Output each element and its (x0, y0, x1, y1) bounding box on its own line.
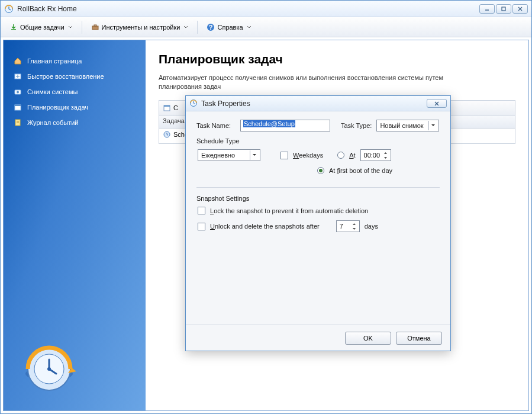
days-spinner[interactable]: 7 (336, 220, 360, 232)
toolbar-label: Справка (217, 24, 243, 31)
days-label: days (365, 223, 378, 230)
svg-rect-7 (94, 25, 96, 26)
svg-rect-24 (164, 105, 170, 107)
spin-up-icon[interactable] (382, 150, 389, 155)
app-icon (4, 4, 14, 14)
toolbar-label: Инструменты и настройки (102, 24, 180, 31)
maximize-button[interactable] (496, 4, 511, 14)
task-type-label: Task Type: (341, 122, 372, 129)
main-toolbar: Общие задачи Инструменты и настройки ? С… (1, 17, 531, 37)
schedule-type-label: Schedule Type (196, 137, 440, 145)
tools-settings-menu[interactable]: Инструменты и настройки (87, 21, 193, 34)
toolbar-separator (82, 21, 82, 34)
task-icon (163, 130, 171, 139)
home-icon (13, 56, 22, 66)
ok-button[interactable]: OK (345, 332, 391, 345)
sidebar-item-label: Снимки системы (27, 88, 78, 95)
cancel-button[interactable]: Отмена (396, 332, 442, 345)
page-heading: Планировщик задач (159, 52, 515, 66)
toolbar-separator (197, 21, 198, 34)
chevron-down-icon (428, 121, 437, 130)
sidebar-item-home[interactable]: Главная страница (4, 53, 146, 69)
task-type-combo[interactable]: Новый снимок (376, 120, 439, 131)
svg-rect-6 (92, 26, 98, 30)
minimize-button[interactable] (479, 4, 495, 14)
toolbox-icon (91, 23, 99, 31)
time-value: 00:00 (364, 152, 381, 159)
first-boot-radio[interactable] (317, 167, 324, 174)
at-time-radio[interactable] (337, 152, 344, 159)
sidebar-item-label: Журнал событий (27, 119, 78, 126)
spin-down-icon[interactable] (350, 226, 358, 231)
toolbar-item-label[interactable]: С (173, 104, 178, 111)
task-name-value: Schedule@Setup (243, 120, 295, 127)
dialog-title: Task Properties (201, 100, 427, 108)
close-button[interactable] (512, 4, 528, 14)
days-value: 7 (340, 223, 343, 230)
dialog-body: Task Name: Schedule@Setup Task Type: Нов… (186, 111, 450, 325)
sidebar-item-scheduler[interactable]: Планировщик задач (4, 100, 146, 115)
weekdays-checkbox[interactable] (280, 152, 288, 159)
svg-text:?: ? (209, 23, 213, 30)
sidebar-item-log[interactable]: Журнал событий (4, 115, 146, 130)
svg-point-22 (47, 367, 51, 371)
lock-snapshot-label: Lock the snapshot to prevent it from aut… (210, 207, 368, 214)
sidebar-item-label: Быстрое восстановление (27, 73, 104, 80)
dialog-icon (189, 99, 198, 108)
dialog-footer: OK Отмена (186, 325, 450, 351)
titlebar: RollBack Rx Home (1, 1, 531, 17)
chevron-down-icon (183, 25, 188, 30)
camera-icon (13, 87, 22, 97)
task-name-input[interactable]: Schedule@Setup (240, 120, 330, 131)
schedule-frequency-combo[interactable]: Ежедневно (198, 149, 260, 161)
restore-icon (13, 72, 22, 81)
schedule-frequency-value: Ежедневно (201, 152, 235, 159)
spin-down-icon[interactable] (382, 155, 389, 160)
sidebar-item-label: Планировщик задач (27, 104, 88, 111)
task-type-value: Новый снимок (380, 122, 423, 129)
new-task-icon[interactable] (163, 104, 171, 112)
first-boot-label: At first boot of the day (329, 167, 392, 174)
dialog-close-button[interactable] (427, 99, 447, 108)
time-spinner[interactable]: 00:00 (360, 149, 391, 161)
svg-rect-14 (15, 105, 21, 106)
grid-column-task[interactable]: Задача (159, 115, 189, 128)
task-name-label: Task Name: (196, 122, 236, 129)
page-description: Автоматизирует процесс получения снимков… (159, 73, 466, 92)
product-logo (17, 338, 82, 403)
unlock-delete-checkbox[interactable] (198, 223, 205, 230)
lock-snapshot-checkbox[interactable] (198, 207, 205, 214)
app-title: RollBack Rx Home (17, 5, 479, 13)
task-properties-dialog: Task Properties Task Name: Schedule@Setu… (185, 95, 451, 351)
sidebar: Главная страница Быстрое восстановление … (4, 40, 146, 410)
download-icon (9, 23, 18, 31)
log-icon (13, 118, 22, 127)
divider (196, 187, 440, 188)
chevron-down-icon (68, 25, 73, 30)
sidebar-item-restore[interactable]: Быстрое восстановление (4, 69, 146, 84)
toolbar-label: Общие задачи (20, 24, 65, 31)
schedule-icon (13, 102, 22, 112)
snapshot-settings-label: Snapshot Settings (196, 195, 440, 202)
dialog-titlebar: Task Properties (186, 96, 450, 111)
chevron-down-icon (247, 25, 252, 30)
help-menu[interactable]: ? Справка (202, 21, 255, 34)
common-tasks-menu[interactable]: Общие задачи (5, 21, 77, 34)
weekdays-label: Weekdays (293, 152, 323, 159)
at-label: At (349, 152, 355, 159)
unlock-delete-label: Unlock and delete the snapshots after (210, 223, 320, 230)
chevron-down-icon (250, 150, 259, 160)
sidebar-item-label: Главная страница (27, 57, 82, 65)
svg-point-12 (17, 91, 19, 94)
help-icon: ? (207, 23, 215, 31)
sidebar-item-snapshots[interactable]: Снимки системы (4, 84, 146, 100)
svg-rect-2 (502, 7, 505, 11)
spin-up-icon[interactable] (350, 222, 358, 226)
